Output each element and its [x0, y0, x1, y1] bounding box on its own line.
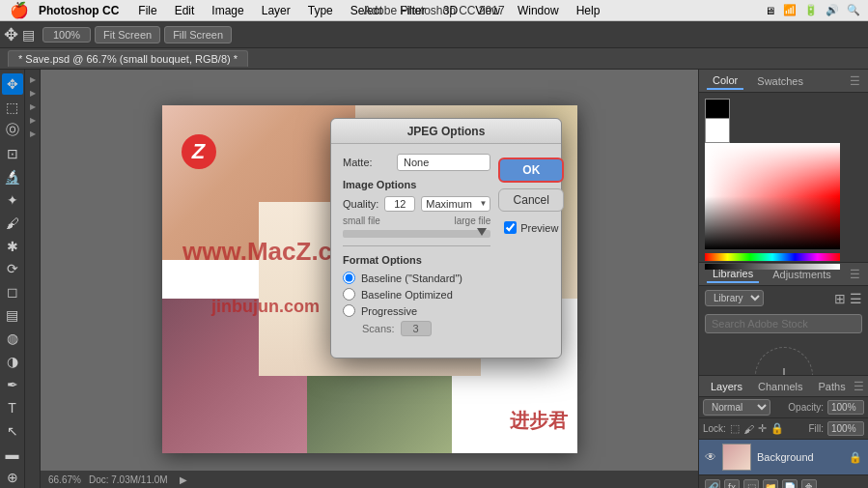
dodge-tool[interactable]: ◑ [2, 351, 23, 372]
scans-input[interactable] [401, 321, 432, 336]
delete-layer-button[interactable]: 🗑 [801, 479, 817, 488]
link-layers-button[interactable]: 🔗 [705, 479, 720, 488]
mini-tool-2[interactable]: ▶ [28, 87, 38, 100]
fill-screen-button[interactable]: Fill Screen [164, 26, 232, 43]
apple-menu[interactable]: 🍎 [0, 1, 39, 19]
watermark-z: Z [182, 134, 216, 169]
stock-search-input[interactable] [705, 314, 862, 333]
mini-tool-3[interactable]: ▶ [28, 100, 38, 113]
quality-preset-select[interactable]: Maximum High Medium Low [421, 196, 490, 212]
mini-tool-1[interactable]: ▶ [28, 73, 38, 86]
clone-tool[interactable]: ✱ [2, 236, 23, 257]
progressive-radio[interactable] [343, 304, 355, 317]
menu-type[interactable]: Type [300, 2, 341, 19]
gradient-tool[interactable]: ▤ [2, 304, 23, 326]
layer-lock-icon: 🔒 [849, 451, 862, 464]
preview-label: Preview [520, 222, 558, 234]
fit-screen-button[interactable]: Fit Screen [95, 26, 160, 43]
dialog-left: Matte: Image Options Quality: 12 [343, 154, 490, 336]
lock-position-icon[interactable]: ✛ [758, 422, 767, 435]
layers-bottom-toolbar: 🔗 fx ⬚ 📁 📄 🗑 [699, 474, 868, 488]
pen-tool[interactable]: ✒ [2, 374, 23, 395]
opacity-input[interactable] [827, 400, 864, 415]
grid-view-icon[interactable]: ⊞ [834, 291, 846, 306]
channels-tab[interactable]: Channels [750, 379, 810, 394]
size-bar [343, 230, 490, 238]
layer-visibility-icon[interactable]: 👁 [705, 450, 716, 464]
matte-input[interactable] [397, 154, 490, 171]
selection-icon[interactable]: ▤ [22, 27, 35, 43]
lightness-bar[interactable] [705, 264, 840, 270]
menubar-right: 🖥📶🔋🔊🔍 [765, 4, 868, 16]
new-layer-button[interactable]: 📄 [782, 479, 798, 488]
matte-label: Matte: [343, 157, 391, 168]
menu-edit[interactable]: Edit [167, 2, 203, 19]
color-panel-header: Color Swatches ☰ [699, 70, 868, 93]
baseline-standard-radio[interactable] [343, 272, 355, 284]
color-saturation-gradient[interactable] [705, 143, 840, 249]
quality-input[interactable]: 12 [384, 196, 415, 212]
mini-tool-5[interactable]: ▶ [28, 128, 38, 140]
dialog-body: Matte: Image Options Quality: 12 [331, 144, 561, 346]
shape-tool[interactable]: ▬ [2, 444, 23, 465]
eyedropper-tool[interactable]: 🔬 [2, 166, 23, 187]
doc-size: Doc: 7.03M/11.0M [89, 474, 168, 485]
app-title: Adobe Photoshop CC 2017 [363, 4, 504, 17]
fill-input[interactable] [827, 421, 864, 436]
menu-help[interactable]: Help [569, 2, 608, 19]
menu-file[interactable]: File [130, 2, 164, 19]
mini-tool-4[interactable]: ▶ [28, 114, 38, 127]
baseline-optimized-radio[interactable] [343, 288, 355, 301]
lock-all-icon[interactable]: 🔒 [770, 422, 784, 435]
blur-tool[interactable]: ◍ [2, 328, 23, 349]
text-tool[interactable]: T [2, 397, 23, 418]
right-panel: Color Swatches ☰ [698, 70, 868, 488]
eraser-tool[interactable]: ◻ [2, 281, 23, 302]
scroll-right-icon[interactable]: ▶ [180, 474, 187, 485]
color-tab[interactable]: Color [707, 72, 743, 90]
move-tool-icon[interactable]: ✥ [4, 24, 18, 45]
quality-label: Quality: [343, 198, 378, 210]
zoom-input[interactable]: 100% [42, 27, 91, 43]
layers-tab[interactable]: Layers [703, 379, 750, 394]
menu-window[interactable]: Window [510, 2, 567, 19]
document-tab[interactable]: * Save.psd @ 66.7% (small bouquet, RGB/8… [8, 50, 248, 67]
quality-select-wrapper: Maximum High Medium Low [421, 196, 490, 212]
new-group-button[interactable]: 📁 [763, 479, 778, 488]
spot-heal-tool[interactable]: ✦ [2, 189, 23, 211]
menu-layer[interactable]: Layer [254, 2, 298, 19]
brush-tool[interactable]: 🖌 [2, 213, 23, 234]
panel-options-icon[interactable]: ☰ [850, 74, 860, 88]
move-tool[interactable]: ✥ [2, 73, 23, 95]
menu-image[interactable]: Image [204, 2, 251, 19]
history-brush-tool[interactable]: ⟳ [2, 259, 23, 280]
crop-tool[interactable]: ⊡ [2, 143, 23, 164]
fg-bg-colors [705, 99, 862, 137]
preview-row: Preview [504, 221, 558, 234]
cancel-button[interactable]: Cancel [498, 188, 564, 212]
list-view-icon[interactable]: ☰ [850, 291, 862, 306]
layers-panel: Layers Channels Paths ☰ Normal Opacity: … [699, 376, 868, 488]
add-mask-button[interactable]: ⬚ [743, 479, 759, 488]
zoom-tool[interactable]: ⊕ [2, 467, 23, 488]
blend-mode-select[interactable]: Normal [703, 399, 770, 416]
background-layer[interactable]: 👁 Background 🔒 [699, 440, 868, 474]
lock-image-icon[interactable]: 🖌 [743, 423, 754, 435]
lock-transparent-icon[interactable]: ⬚ [730, 422, 740, 435]
zoom-level: 66.67% [48, 474, 81, 485]
hue-bar[interactable] [705, 253, 840, 261]
lasso-tool[interactable]: ⓞ [2, 120, 23, 141]
select-tool[interactable]: ⬚ [2, 97, 23, 118]
dialog-title: JPEG Options [331, 119, 561, 144]
path-select-tool[interactable]: ↖ [2, 420, 23, 442]
preview-checkbox[interactable] [504, 221, 517, 234]
paths-tab[interactable]: Paths [811, 379, 854, 394]
library-toolbar: Library ⊞ ☰ [699, 286, 868, 310]
add-style-button[interactable]: fx [724, 479, 740, 488]
ok-button[interactable]: OK [498, 158, 564, 183]
color-gradient-container [705, 143, 862, 270]
background-color[interactable] [705, 118, 730, 143]
layers-options-icon[interactable]: ☰ [854, 380, 864, 393]
swatches-tab[interactable]: Swatches [751, 73, 809, 89]
library-dropdown[interactable]: Library [705, 290, 764, 306]
